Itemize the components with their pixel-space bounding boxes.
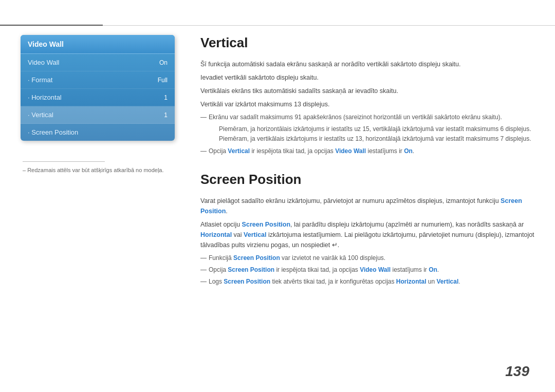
sidebar-title: Video Wall	[28, 40, 64, 48]
sp-text-2-h3: Vertical	[244, 231, 266, 238]
vertical-note-2-final: .	[413, 147, 414, 155]
sp-note-3-h1: Screen Position	[224, 278, 270, 285]
sp-text-2-h1: Screen Position	[242, 221, 290, 228]
sidebar-item-screen-position-label: · Screen Position	[28, 128, 78, 136]
sp-note-3-mid2: un	[427, 278, 437, 285]
vertical-text-4: Vertikāli var izkārtot maksimums 13 disp…	[200, 99, 534, 109]
vertical-note-2: Opcija Vertical ir iespējota tikai tad, …	[200, 146, 534, 156]
sidebar-item-horizontal-value: 1	[164, 94, 168, 101]
vertical-note-2-mid: ir iespējota tikai tad, ja opcijas	[250, 147, 335, 155]
sp-note-3-h3: Vertical	[437, 278, 459, 285]
sp-text-2-mid2: vai	[232, 231, 244, 238]
sidebar: Video Wall Video Wall On · Format Full ·…	[21, 35, 175, 174]
vertical-note-2-h2: Video Wall	[335, 147, 366, 155]
sidebar-menu: Video Wall Video Wall On · Format Full ·…	[21, 35, 175, 141]
screen-position-section: Screen Position Varat pielāgot sadalīto …	[200, 172, 534, 287]
sp-note-3: Logs Screen Position tiek atvērts tikai …	[200, 277, 534, 287]
vertical-note-2-h1: Vertical	[228, 147, 250, 155]
vertical-note-2-end: iestatījums ir	[366, 147, 404, 155]
sidebar-note-text: – Redzamais attēls var būt atšķirīgs atk…	[23, 167, 164, 173]
sp-note-3-prefix: Logs	[209, 278, 224, 285]
sp-text-2: Atlasiet opciju Screen Position, lai par…	[200, 219, 534, 250]
sp-text-2-prefix: Atlasiet opciju	[200, 221, 242, 228]
sidebar-item-format-value: Full	[158, 77, 168, 84]
vertical-text-1: Šī funkcija automātiski sadala ekrānu sa…	[200, 59, 534, 69]
sp-text-1: Varat pielāgot sadalīto ekrānu izkārtoju…	[200, 196, 534, 216]
sidebar-item-horizontal[interactable]: · Horizontal 1	[21, 89, 175, 106]
sp-note-2: Opcija Screen Position ir iespējota tika…	[200, 265, 534, 275]
sp-text-1-prefix: Varat pielāgot sadalīto ekrānu izkārtoju…	[200, 197, 501, 204]
main-content: Vertical Šī funkcija automātiski sadala …	[200, 35, 534, 289]
sidebar-item-video-wall-value: On	[159, 59, 168, 66]
vertical-title: Vertical	[200, 35, 534, 51]
sp-note-3-h2: Horizontal	[396, 278, 427, 285]
top-line-light	[103, 25, 555, 26]
vertical-section: Vertical Šī funkcija automātiski sadala …	[200, 35, 534, 156]
sp-text-1-suffix: .	[226, 208, 227, 215]
top-decorative-lines	[0, 25, 555, 26]
screen-position-title: Screen Position	[200, 172, 534, 188]
sp-note-2-suffix: .	[437, 266, 439, 273]
vertical-note-1: Ekrānu var sadalīt maksimums 91 apakšekr…	[200, 113, 534, 122]
sidebar-item-format-label: · Format	[28, 76, 52, 84]
sidebar-item-horizontal-label: · Horizontal	[28, 94, 62, 101]
vertical-note-1-indent: Piemēram, ja horizontālais izkārtojums i…	[200, 124, 534, 144]
sidebar-note-divider	[23, 161, 105, 162]
sidebar-item-vertical-value: 1	[164, 111, 168, 119]
sp-note-2-h1: Screen Position	[228, 266, 274, 273]
vertical-note-2-h3: On	[404, 147, 413, 155]
sp-text-2-mid1: , lai parādītu displeju izkārtojumu (apz…	[290, 221, 524, 228]
sp-note-2-prefix: Opcija	[209, 266, 228, 273]
sidebar-note: – Redzamais attēls var būt atšķirīgs atk…	[21, 161, 175, 174]
sidebar-item-vertical-label: · Vertical	[28, 111, 53, 119]
sidebar-header: Video Wall	[21, 35, 175, 54]
vertical-note-2-prefix: Opcija	[209, 147, 228, 155]
sidebar-item-screen-position[interactable]: · Screen Position	[21, 124, 175, 141]
sidebar-item-video-wall[interactable]: Video Wall On	[21, 54, 175, 71]
sp-note-1-suffix: var izvietot ne vairāk kā 100 displejus.	[280, 254, 385, 262]
vertical-note-1-text: Ekrānu var sadalīt maksimums 91 apakšekr…	[209, 114, 502, 121]
sp-note-2-h2: Video Wall	[360, 266, 391, 273]
sp-note-2-h3: On	[429, 266, 437, 273]
sp-text-2-h2: Horizontal	[200, 231, 232, 238]
sp-note-2-mid2: iestatījums ir	[391, 266, 429, 273]
sp-note-3-suffix: .	[458, 278, 460, 285]
sp-note-1: Funkcijā Screen Position var izvietot ne…	[200, 253, 534, 263]
sp-note-3-mid1: tiek atvērts tikai tad, ja ir konfigurēt…	[270, 278, 396, 285]
sp-note-1-highlight: Screen Position	[233, 254, 280, 262]
sidebar-item-vertical[interactable]: · Vertical 1	[21, 106, 175, 124]
sp-note-1-prefix: Funkcijā	[209, 254, 233, 262]
top-line-dark	[0, 25, 103, 26]
vertical-text-2: Ievadiet vertikāli sakārtoto displeju sk…	[200, 72, 534, 83]
sidebar-item-format[interactable]: · Format Full	[21, 71, 175, 89]
sidebar-item-video-wall-label: Video Wall	[28, 59, 59, 66]
page-number: 139	[505, 363, 529, 380]
sp-note-2-mid1: ir iespējota tikai tad, ja opcijas	[274, 266, 360, 273]
vertical-text-3: Vertikālais ekrāns tiks automātiski sada…	[200, 86, 534, 96]
